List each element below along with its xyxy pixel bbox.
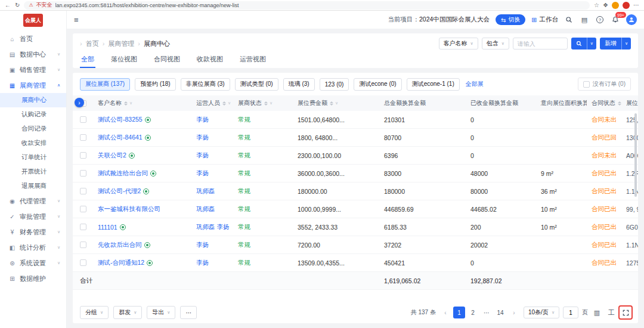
user-avatar[interactable] bbox=[626, 14, 637, 25]
search-button[interactable]: ∨ bbox=[571, 38, 596, 49]
operator-link[interactable]: 巩师磊 李扬 bbox=[191, 223, 233, 231]
operator-link[interactable]: 李扬 bbox=[191, 241, 233, 249]
sidebar-item[interactable]: 退展展商 bbox=[0, 179, 66, 193]
row-checkbox[interactable] bbox=[80, 116, 86, 123]
row-density-icon[interactable]: 工 bbox=[606, 307, 617, 318]
table-row[interactable]: 测试公司-84641 李扬 常规 1800, 64800... 80700 0 … bbox=[73, 129, 638, 147]
sidebar-item[interactable]: ◉ 代理管理 bbox=[0, 193, 66, 209]
sidebar-item[interactable]: ▣ 销售管理 bbox=[0, 62, 66, 78]
sidebar-item[interactable]: 认购记录 bbox=[0, 107, 66, 122]
row-checkbox[interactable] bbox=[80, 259, 86, 266]
refresh-icon[interactable]: ↻ bbox=[15, 2, 20, 8]
customer-name-link[interactable]: 测试靴连给出合同 bbox=[98, 169, 148, 178]
sort-icon[interactable] bbox=[330, 101, 333, 106]
operator-link[interactable]: 李扬 bbox=[191, 259, 233, 267]
no-order-checkbox[interactable] bbox=[583, 81, 590, 88]
sidebar-item[interactable]: ⊛ 系统设置 bbox=[0, 255, 66, 271]
add-button[interactable]: 新增 ∨ bbox=[600, 38, 631, 49]
operator-link[interactable]: 李扬 bbox=[191, 116, 233, 124]
table-row[interactable]: 测试公司-83255 李扬 常规 1501.00,64800... 210301… bbox=[73, 111, 638, 129]
customer-name-link[interactable]: 测试公司-84641 bbox=[98, 134, 143, 142]
group-button[interactable]: 分组∨ bbox=[80, 306, 109, 319]
table-row[interactable]: 关联公司2 李扬 常规 2300.00,100.00 6396 0 合同未出 A… bbox=[73, 147, 638, 165]
tab[interactable]: 合同视图 bbox=[153, 52, 181, 68]
category-chip[interactable]: 123 (0) bbox=[320, 78, 349, 91]
export-button[interactable]: 导出∨ bbox=[147, 306, 175, 319]
category-chip[interactable]: 全部展 bbox=[465, 78, 485, 91]
table-row[interactable]: 测试靴连给出合同 李扬 常规 36000.00,3600... 83000 48… bbox=[73, 165, 638, 182]
vertical-scrollbar[interactable] bbox=[634, 113, 637, 197]
switch-project-button[interactable]: ⇆切换 bbox=[496, 14, 525, 25]
customer-name-link[interactable]: 111101 bbox=[98, 224, 117, 231]
category-chip[interactable]: 琉璃 (3) bbox=[283, 78, 315, 91]
category-chip[interactable]: 测试类型 (0) bbox=[235, 78, 278, 91]
column-header[interactable]: 展商状态 ∨ bbox=[233, 99, 293, 107]
customer-name-link[interactable]: 测试-合同通知12 bbox=[98, 259, 144, 267]
page-button[interactable]: › bbox=[508, 307, 520, 318]
breadcrumb-item[interactable]: 展商中心 bbox=[138, 39, 170, 48]
category-chip[interactable]: 展位展商 (137) bbox=[80, 78, 130, 91]
page-button[interactable]: ⋯ bbox=[481, 307, 493, 318]
row-checkbox[interactable] bbox=[80, 242, 86, 248]
sidebar-item[interactable]: 展商中心 bbox=[0, 93, 66, 107]
tab[interactable]: 收款视图 bbox=[196, 52, 224, 68]
tab[interactable]: 全部 bbox=[80, 52, 95, 68]
table-row[interactable]: 111101 巩师磊 李扬 常规 3552, 2433.33 6185.33 2… bbox=[73, 218, 638, 236]
sidebar-item[interactable]: ¥ 财务管理 bbox=[0, 224, 66, 240]
address-bar[interactable]: ⚠ 不安全 lan.expo2345.com:5811/host/exhibit… bbox=[24, 1, 590, 10]
bookmark-star-icon[interactable]: ☆ bbox=[594, 2, 599, 8]
sort-icon[interactable] bbox=[222, 101, 226, 106]
operator-select[interactable]: 包含∨ bbox=[482, 38, 509, 49]
category-chip[interactable]: 测试econe (0) bbox=[354, 78, 401, 91]
filter-chevron-icon[interactable]: ∨ bbox=[335, 101, 338, 106]
collapse-sidebar-icon[interactable]: ≡ bbox=[74, 16, 79, 24]
row-checkbox[interactable] bbox=[80, 152, 86, 159]
column-settings-icon[interactable]: ▥ bbox=[592, 307, 602, 318]
help-icon[interactable]: ? bbox=[595, 15, 605, 24]
sidebar-item[interactable]: 合同记录 bbox=[0, 122, 66, 136]
broadcast-button[interactable]: 群发∨ bbox=[113, 306, 142, 319]
category-chip[interactable]: 非展位展商 (3) bbox=[181, 78, 230, 91]
sort-icon[interactable] bbox=[264, 101, 268, 106]
document-icon[interactable]: ▤ bbox=[580, 15, 589, 24]
sidebar-item[interactable]: 开票统计 bbox=[0, 165, 66, 179]
no-order-filter[interactable]: 没有订单 (0) bbox=[578, 78, 631, 91]
workbench-button[interactable]: ⊞工作台 bbox=[531, 16, 558, 24]
operator-link[interactable]: 李扬 bbox=[191, 151, 233, 160]
search-input[interactable] bbox=[513, 38, 568, 49]
sidebar-item[interactable]: ⊞ 数据维护 bbox=[0, 271, 66, 286]
operator-link[interactable]: 巩师磊 bbox=[191, 187, 233, 196]
column-header[interactable]: 运营人员 ∨ bbox=[191, 99, 233, 107]
app-logo[interactable]: 会展人 bbox=[23, 14, 43, 27]
back-icon[interactable]: ← bbox=[5, 2, 11, 8]
breadcrumb-item[interactable]: 首页 bbox=[80, 39, 99, 48]
customer-name-link[interactable]: 先收款后出合同 bbox=[98, 241, 142, 249]
page-jump-input[interactable] bbox=[563, 307, 578, 318]
add-dropdown-icon[interactable]: ∨ bbox=[621, 38, 631, 49]
operator-link[interactable]: 巩师磊 bbox=[191, 205, 233, 213]
fullscreen-icon[interactable] bbox=[620, 307, 631, 318]
row-checkbox[interactable] bbox=[80, 188, 86, 194]
sidebar-item[interactable]: 订单统计 bbox=[0, 150, 66, 165]
row-checkbox[interactable] bbox=[80, 224, 86, 230]
table-row[interactable]: 测试-合同通知12 李扬 常规 13509.00,4355... 450421 … bbox=[73, 254, 638, 272]
filter-chevron-icon[interactable]: ∨ bbox=[270, 101, 273, 106]
column-header[interactable]: 展位号 ∨ bbox=[621, 99, 638, 107]
notification-bell-icon[interactable]: 99+ bbox=[611, 15, 620, 24]
column-header[interactable]: 客户名称 ∨ bbox=[93, 99, 191, 107]
row-checkbox[interactable] bbox=[80, 134, 86, 141]
column-header[interactable]: 意向展位面积换算 ∨ bbox=[536, 99, 587, 107]
sidebar-item[interactable]: ◧ 统计分析 bbox=[0, 240, 66, 255]
more-actions-button[interactable]: ⋯ bbox=[180, 306, 197, 319]
customer-name-link[interactable]: 东一鉴城科技有限公司 bbox=[98, 205, 160, 213]
page-button[interactable]: ‹ bbox=[439, 307, 451, 318]
filter-chevron-icon[interactable]: ∨ bbox=[129, 101, 132, 106]
sidebar-item[interactable]: ⌂ 首页 bbox=[0, 31, 66, 47]
customer-name-link[interactable]: 关联公司2 bbox=[98, 151, 126, 160]
operator-link[interactable]: 李扬 bbox=[191, 169, 233, 178]
category-chip[interactable]: 预签约 (18) bbox=[135, 78, 176, 91]
table-row[interactable]: 测试公司-代理2 巩师磊 常规 180000.00 180000 80000 3… bbox=[73, 182, 638, 200]
column-header[interactable]: 总金额换算金额 ∨ bbox=[379, 99, 466, 107]
operator-link[interactable]: 李扬 bbox=[191, 134, 233, 142]
row-checkbox[interactable] bbox=[80, 206, 86, 212]
